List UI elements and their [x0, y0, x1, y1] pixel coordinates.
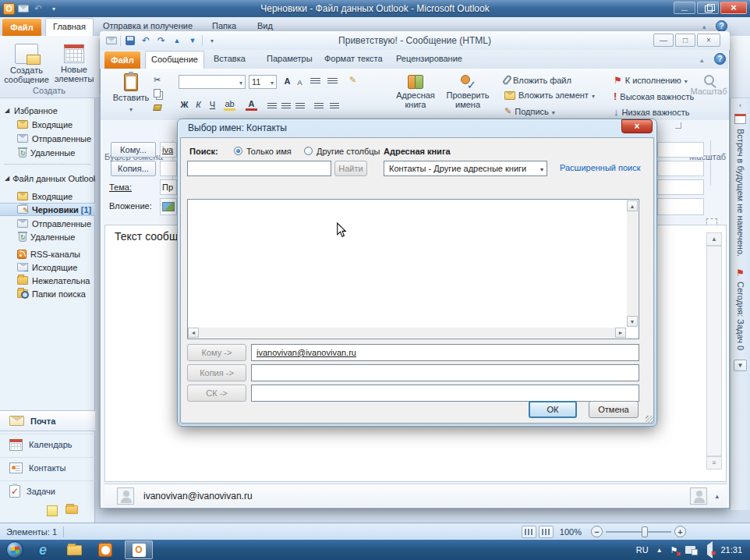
help-icon[interactable]: ? [716, 20, 727, 32]
format-painter-icon[interactable] [154, 105, 161, 111]
attach-item-button[interactable]: Вложить элемент [504, 90, 595, 100]
help-icon[interactable]: ? [714, 53, 726, 65]
folder-drafts-selected[interactable]: Черновики[1] [0, 203, 95, 216]
tab-format[interactable]: Формат текста [324, 54, 383, 63]
tab-options[interactable]: Параметры [267, 54, 313, 63]
minimize-button[interactable]: — [653, 34, 674, 47]
font-size-combo[interactable]: 11 [249, 75, 277, 89]
browse-object-icon[interactable]: ≡ [706, 456, 722, 470]
decrease-indent-icon[interactable] [313, 100, 324, 112]
normal-view-button[interactable] [522, 526, 536, 538]
folder-sent[interactable]: Отправленные [0, 217, 95, 230]
italic-icon[interactable]: К [193, 98, 204, 111]
dialog-bcc-button[interactable]: СК -> [187, 385, 246, 402]
follow-up-button[interactable]: ⚑К исполнению [614, 75, 688, 86]
subject-field[interactable]: Пр [160, 179, 177, 195]
cut-icon[interactable]: ✂ [154, 75, 161, 85]
advanced-find-link[interactable]: Расширенный поиск [560, 163, 641, 172]
folder-inbox[interactable]: Входящие [0, 190, 95, 203]
folder-list-icon[interactable] [65, 505, 78, 514]
tab-insert[interactable]: Вставка [214, 54, 246, 63]
scroll-down-icon[interactable]: ▼ [627, 316, 638, 327]
tab-file[interactable]: Файл [104, 51, 140, 69]
increase-indent-icon[interactable] [328, 100, 340, 112]
action-center-icon[interactable]: ⚑✖ [670, 545, 678, 555]
notes-icon[interactable] [47, 505, 58, 516]
numbering-icon[interactable] [327, 75, 338, 87]
folder-sent-fav[interactable]: Отправленные [0, 132, 95, 145]
restore-button[interactable] [697, 2, 719, 14]
radio-name-only-label[interactable]: Только имя [246, 147, 292, 156]
to-field[interactable]: iva [160, 142, 177, 158]
undo-icon[interactable]: ↶ [140, 34, 152, 47]
attach-file-button[interactable]: Вложить файл [504, 75, 571, 85]
low-importance-button[interactable]: ↓Низкая важность [614, 106, 689, 118]
folder-deleted-fav[interactable]: Удаленные [0, 146, 95, 159]
dialog-cc-field[interactable] [251, 364, 639, 381]
check-names-button[interactable]: Проверить имена [442, 73, 494, 109]
file-explorer-icon[interactable] [62, 541, 86, 559]
dialog-to-button[interactable]: Кому -> [187, 344, 246, 361]
collapse-people-icon[interactable]: ▴ [715, 492, 719, 500]
datafile-header[interactable]: Файл данных Outlook [0, 172, 95, 185]
qat-customize-icon[interactable] [48, 2, 60, 15]
restore-button[interactable]: □ [675, 34, 695, 47]
folder-inbox-fav[interactable]: Входящие [0, 118, 95, 131]
shrink-font-icon[interactable]: А [294, 76, 306, 89]
dialog-close-button[interactable]: × [621, 119, 653, 133]
vertical-scrollbar[interactable] [706, 246, 722, 456]
address-book-button[interactable]: Адресная книга [391, 73, 440, 109]
minimize-ribbon-icon[interactable]: ▴ [702, 23, 706, 30]
clock[interactable]: 21:31 [720, 545, 742, 555]
internet-explorer-icon[interactable]: e [31, 541, 55, 559]
folder-junk[interactable]: Нежелательна [0, 274, 95, 287]
zoom-slider[interactable] [606, 531, 671, 533]
font-name-combo[interactable] [179, 75, 246, 89]
address-book-dropdown[interactable]: Контакты - Другие адресные книги [384, 161, 547, 176]
module-tasks[interactable]: Задачи [0, 480, 95, 502]
tab-view[interactable]: Вид [257, 21, 273, 30]
undo-icon[interactable]: ↶ [32, 2, 44, 15]
high-importance-button[interactable]: !Высокая важность [614, 90, 694, 102]
underline-icon[interactable]: Ч [207, 98, 218, 111]
module-calendar[interactable]: Календарь [0, 434, 95, 455]
bold-icon[interactable]: Ж [179, 98, 190, 111]
tab-send-receive[interactable]: Отправка и получение [103, 21, 193, 30]
zoom-slider-thumb[interactable] [642, 526, 648, 537]
grow-font-icon[interactable]: А [281, 75, 293, 87]
dialog-launcher-icon[interactable] [675, 122, 681, 129]
reading-view-button[interactable] [539, 526, 554, 538]
new-message-button[interactable]: Создать сообщение [3, 44, 50, 84]
cancel-button[interactable]: Отмена [589, 401, 639, 418]
radio-more-columns-label[interactable]: Другие столбцы [317, 147, 380, 156]
radio-more-columns[interactable] [304, 147, 313, 155]
attachment-field[interactable] [160, 198, 177, 215]
show-hidden-icons[interactable]: ▲ [656, 547, 663, 554]
scroll-right-icon[interactable]: ► [615, 328, 626, 338]
expand-icon[interactable] [5, 108, 11, 114]
horizontal-scrollbar[interactable] [199, 328, 615, 338]
new-items-button[interactable]: Новые элементы [51, 44, 97, 83]
expand-icon[interactable] [5, 175, 9, 182]
signature-button[interactable]: ✎Подпись [504, 106, 555, 116]
redo-icon[interactable]: ↷ [155, 34, 168, 47]
close-button[interactable]: × [697, 34, 720, 47]
folder-deleted[interactable]: Удаленные [0, 230, 95, 243]
dialog-cc-button[interactable]: Копия -> [187, 364, 246, 381]
ok-button[interactable]: ОК [529, 401, 577, 418]
zoom-out-button[interactable]: − [591, 526, 603, 537]
font-color-icon[interactable]: А [246, 98, 257, 111]
expand-todo-icon[interactable]: ‹ [739, 101, 741, 109]
qat-customize-icon[interactable] [206, 34, 218, 47]
scroll-up-icon[interactable]: ▲ [706, 232, 722, 246]
styles-icon[interactable]: ✎ [347, 73, 359, 86]
folder-outbox[interactable]: Исходящие [0, 261, 95, 274]
tab-review[interactable]: Рецензирование [396, 54, 462, 63]
align-left-icon[interactable] [266, 100, 278, 112]
dialog-bcc-field[interactable] [251, 385, 639, 402]
send-receive-icon[interactable] [18, 5, 29, 12]
vertical-scrollbar[interactable] [627, 211, 638, 316]
copy-icon[interactable] [154, 89, 161, 97]
outlook-taskbar-button[interactable]: O [125, 541, 153, 559]
favorites-header[interactable]: Избранное [0, 104, 95, 117]
